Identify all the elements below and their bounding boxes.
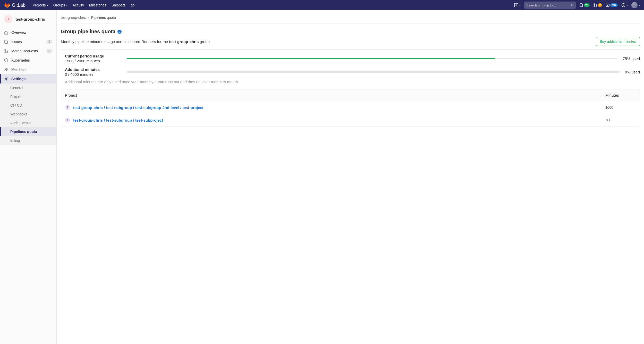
sidebar-group-header[interactable]: T test-group-chris (0, 13, 56, 28)
nav-todos-badge[interactable]: 99+ (606, 3, 618, 7)
nav-activity[interactable]: Activity (70, 0, 87, 10)
sidebar-item-issues[interactable]: Issues 0 (0, 37, 56, 46)
sidebar-sub-projects[interactable]: Projects (0, 92, 56, 101)
sidebar-sub-cicd[interactable]: CI / CD (0, 101, 56, 110)
svg-marker-12 (5, 58, 8, 62)
gitlab-logo[interactable]: GitLab (4, 2, 26, 8)
current-usage-label: Current period usage (65, 54, 116, 58)
page-description: Monthly pipeline minutes usage across sh… (61, 39, 210, 44)
sidebar-item-label: Members (11, 68, 26, 72)
mr-count: 0 (46, 49, 52, 53)
tanuki-icon (4, 2, 10, 8)
question-circle-icon (621, 3, 625, 7)
svg-rect-2 (580, 4, 582, 7)
svg-point-15 (6, 78, 7, 80)
project-link[interactable]: test-group-chris / test-subgroup / test-… (73, 105, 204, 110)
nav-right: ▾ 25 2 99+ ▾ ▾ (514, 2, 640, 9)
gauge-icon (131, 3, 135, 7)
issues-count-badge: 25 (584, 3, 590, 7)
new-dropdown[interactable]: ▾ (514, 3, 521, 7)
sidebar-item-merge-requests[interactable]: Merge Requests 0 (0, 46, 56, 56)
issues-count: 0 (46, 40, 52, 44)
buy-minutes-button[interactable]: Buy additional minutes (596, 37, 640, 46)
project-minutes: 500 (601, 114, 640, 127)
project-avatar: T (65, 118, 70, 123)
main-content: test-group-chris › Pipelines quota Group… (57, 10, 644, 344)
sidebar-item-label: Merge Requests (11, 49, 38, 53)
additional-usage-value: 0 / 4000 minutes (65, 72, 116, 77)
help-icon[interactable]: ? (117, 30, 122, 34)
sidebar-item-label: Settings (11, 77, 26, 81)
additional-usage-bar (127, 71, 620, 73)
chevron-down-icon: ▾ (519, 4, 521, 7)
svg-point-1 (571, 4, 573, 6)
brand-text: GitLab (12, 3, 26, 8)
merge-request-icon (4, 49, 8, 53)
nav-projects[interactable]: Projects▾ (30, 0, 51, 10)
user-avatar (631, 2, 638, 8)
sidebar-sub-audit[interactable]: Audit Events (0, 119, 56, 127)
nav-help[interactable]: ▾ (621, 3, 628, 7)
breadcrumb-current: Pipelines quota (91, 15, 116, 20)
sidebar-item-kubernetes[interactable]: Kubernetes (0, 56, 56, 65)
issues-icon (579, 3, 583, 7)
page-subhead: Monthly pipeline minutes usage across sh… (61, 37, 640, 46)
sidebar-item-members[interactable]: Members (0, 65, 56, 74)
global-search[interactable] (524, 2, 576, 9)
chevron-down-icon: ▾ (639, 4, 640, 7)
current-usage-value: 1500 / 2000 minutes (65, 59, 116, 63)
additional-usage-label: Additional minutes (65, 67, 116, 72)
sidebar-sub-webhooks[interactable]: Webhooks (0, 110, 56, 119)
todo-count-badge: 99+ (610, 3, 618, 7)
svg-rect-8 (5, 40, 7, 43)
merge-request-icon (593, 3, 597, 7)
search-icon (571, 3, 574, 7)
top-navbar: GitLab Projects▾ Groups▾ Activity Milest… (0, 0, 644, 10)
sidebar-sub-pipelines-quota[interactable]: Pipelines quota (0, 127, 56, 136)
nav-operations[interactable] (128, 0, 137, 10)
group-avatar: T (4, 15, 12, 23)
additional-usage-block: Additional minutes 0 / 4000 minutes 0% u… (61, 67, 640, 77)
chevron-down-icon: ▾ (47, 4, 48, 7)
nav-snippets[interactable]: Snippets (109, 0, 128, 10)
col-project: Project (61, 89, 601, 101)
primary-nav: Projects▾ Groups▾ Activity Milestones Sn… (30, 0, 137, 10)
additional-usage-note: Additional minutes are only used once yo… (61, 80, 640, 84)
svg-point-14 (6, 69, 7, 70)
sidebar-item-settings[interactable]: Settings (0, 74, 56, 83)
sidebar: T test-group-chris Overview Issues 0 Mer… (0, 10, 57, 344)
sidebar-sub-general[interactable]: General (0, 83, 56, 92)
page-title: Group pipelines quota ? (61, 29, 640, 35)
svg-point-4 (594, 6, 595, 7)
plus-square-icon (514, 3, 518, 7)
sidebar-sub-billing[interactable]: Billing (0, 136, 56, 145)
current-usage-pct: 75% used (623, 56, 640, 61)
todo-icon (606, 3, 610, 7)
svg-point-10 (5, 52, 6, 53)
sidebar-item-overview[interactable]: Overview (0, 28, 56, 37)
chevron-down-icon: ▾ (66, 4, 67, 7)
gear-icon (4, 77, 8, 81)
projects-table: Project Minutes Ttest-group-chris / test… (61, 89, 640, 127)
project-link[interactable]: test-group-chris / test-subgroup / test-… (73, 118, 163, 122)
sidebar-item-label: Kubernetes (11, 58, 30, 62)
search-input[interactable] (526, 3, 570, 7)
breadcrumb-group[interactable]: test-group-chris (61, 15, 86, 20)
svg-point-11 (7, 52, 8, 53)
sidebar-item-label: Issues (11, 40, 22, 44)
sidebar-item-label: Overview (11, 30, 26, 35)
user-menu[interactable]: ▾ (631, 2, 640, 8)
nav-issues-badge[interactable]: 25 (579, 3, 590, 7)
issues-icon (4, 40, 8, 44)
members-icon (4, 68, 8, 72)
nav-mr-badge[interactable]: 2 (593, 3, 602, 7)
nav-milestones[interactable]: Milestones (87, 0, 109, 10)
additional-usage-pct: 0% used (625, 70, 640, 74)
project-avatar: T (65, 105, 70, 110)
nav-groups[interactable]: Groups▾ (51, 0, 70, 10)
chevron-down-icon: ▾ (626, 4, 628, 7)
current-usage-block: Current period usage 1500 / 2000 minutes… (61, 54, 640, 63)
chevron-right-icon: › (88, 15, 89, 20)
col-minutes: Minutes (601, 89, 640, 101)
breadcrumb: test-group-chris › Pipelines quota (61, 14, 640, 23)
